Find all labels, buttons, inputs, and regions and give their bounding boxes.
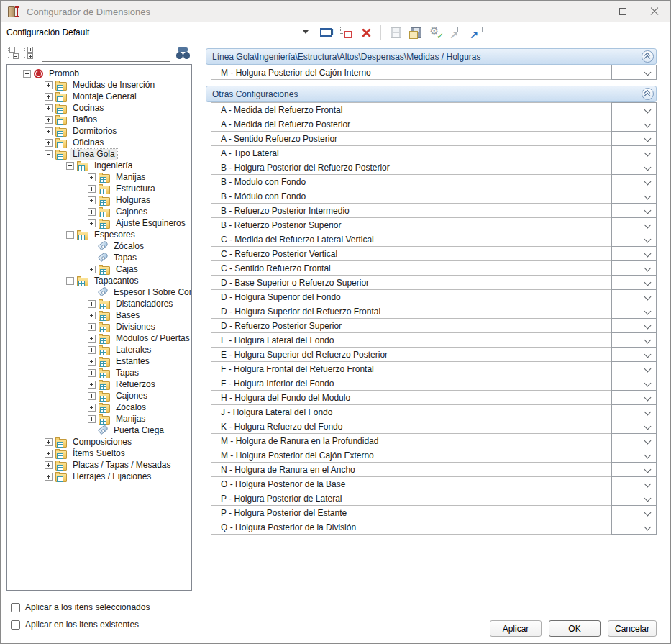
config-value-dropdown[interactable] [611, 419, 657, 434]
save-as-button[interactable] [408, 25, 423, 40]
expander-plus-icon[interactable] [45, 104, 53, 112]
expander-plus-icon[interactable] [88, 219, 96, 227]
delete-config-button[interactable] [359, 25, 373, 40]
apply-existing-items-checkbox[interactable] [11, 620, 20, 630]
expander-plus-icon[interactable] [45, 473, 53, 481]
binoculars-search-icon[interactable] [176, 47, 192, 59]
expander-plus-icon[interactable] [45, 93, 53, 101]
apply-config-button[interactable]: ⚙✓ [429, 25, 443, 40]
apply-button[interactable]: Aplicar [490, 620, 542, 637]
expander-plus-icon[interactable] [88, 185, 96, 193]
config-value-dropdown[interactable] [611, 332, 657, 348]
config-value-dropdown[interactable] [611, 318, 657, 333]
config-value-dropdown[interactable] [611, 145, 657, 160]
config-value-dropdown[interactable] [611, 462, 657, 477]
tree-item[interactable]: Tapas [7, 252, 191, 263]
config-value-dropdown[interactable] [611, 189, 657, 204]
tree-item[interactable]: Oficinas [7, 137, 191, 148]
expander-minus-icon[interactable] [66, 277, 74, 285]
tree-item[interactable]: Herrajes / Fijaciones [7, 471, 191, 482]
expander-plus-icon[interactable] [88, 196, 96, 204]
tree-item[interactable]: Refuerzos [7, 378, 191, 390]
tree-item[interactable]: Cocinas [7, 102, 191, 114]
expander-plus-icon[interactable] [45, 116, 53, 124]
import-config-button[interactable]: ↗ [449, 25, 463, 40]
ok-button[interactable]: OK [549, 620, 601, 637]
config-value-dropdown[interactable] [611, 404, 657, 419]
config-value-dropdown[interactable] [611, 520, 657, 535]
expander-plus-icon[interactable] [88, 369, 96, 377]
tree-item[interactable]: Medidas de Inserción [7, 79, 191, 91]
expander-plus-icon[interactable] [45, 450, 53, 458]
config-value-dropdown[interactable] [611, 260, 657, 276]
tree-item[interactable]: Ingeniería [7, 160, 191, 171]
tree-item[interactable]: Holguras [7, 194, 191, 206]
expander-plus-icon[interactable] [88, 392, 96, 400]
tree-item[interactable]: Divisiones [7, 321, 191, 332]
config-value-dropdown[interactable] [611, 232, 657, 247]
config-value-dropdown[interactable] [611, 203, 657, 218]
expander-plus-icon[interactable] [88, 358, 96, 366]
config-value-dropdown[interactable] [611, 448, 657, 463]
tree-item[interactable]: Módulos c/ Puertas [7, 332, 191, 344]
search-input[interactable] [42, 45, 170, 62]
tree-item[interactable]: Placas / Tapas / Mesadas [7, 459, 191, 471]
config-value-dropdown[interactable] [611, 174, 657, 189]
expander-minus-icon[interactable] [23, 70, 31, 78]
config-value-dropdown[interactable] [611, 102, 657, 117]
expander-plus-icon[interactable] [88, 415, 96, 423]
maximize-button[interactable] [607, 1, 639, 22]
close-button[interactable] [639, 1, 670, 22]
tree-item[interactable]: Cajas [7, 263, 191, 275]
config-value-dropdown[interactable] [611, 65, 657, 80]
expander-plus-icon[interactable] [45, 139, 53, 147]
expander-minus-icon[interactable] [66, 162, 74, 170]
tree-item[interactable]: Tapas [7, 367, 191, 378]
expander-plus-icon[interactable] [88, 346, 96, 354]
expander-plus-icon[interactable] [88, 335, 96, 343]
config-value-dropdown[interactable] [611, 361, 657, 376]
tree-item[interactable]: Promob [7, 68, 191, 79]
export-config-button[interactable]: ↗ [469, 25, 483, 40]
expander-plus-icon[interactable] [88, 208, 96, 216]
tree-item[interactable]: Estantes [7, 355, 191, 367]
copy-config-button[interactable] [339, 25, 353, 40]
config-value-dropdown[interactable] [611, 289, 657, 304]
config-value-dropdown[interactable] [611, 390, 657, 405]
tree-item[interactable]: Espesores [7, 229, 191, 240]
expander-plus-icon[interactable] [88, 266, 96, 273]
tree-item[interactable]: Laterales [7, 344, 191, 355]
config-value-dropdown[interactable] [611, 160, 657, 175]
apply-selected-items-checkbox[interactable] [11, 603, 20, 612]
tree-item[interactable]: Composiciones [7, 436, 191, 448]
config-value-dropdown[interactable] [611, 304, 657, 319]
tree-item[interactable]: Zócalos [7, 240, 191, 252]
config-value-dropdown[interactable] [611, 491, 657, 506]
expander-plus-icon[interactable] [88, 404, 96, 412]
config-value-dropdown[interactable] [611, 376, 657, 391]
expander-plus-icon[interactable] [88, 312, 96, 319]
expander-minus-icon[interactable] [66, 231, 74, 239]
tree-item[interactable]: Ítems Sueltos [7, 448, 191, 459]
tree-item[interactable]: Cajones [7, 390, 191, 402]
config-value-dropdown[interactable] [611, 476, 657, 491]
expander-plus-icon[interactable] [45, 127, 53, 135]
expander-plus-icon[interactable] [45, 438, 53, 446]
save-button[interactable] [388, 25, 403, 40]
tree-item[interactable]: Bases [7, 309, 191, 321]
expand-all-icon[interactable] [23, 47, 36, 60]
tree-item[interactable]: Ajuste Esquineros [7, 217, 191, 229]
rename-config-button[interactable] [319, 25, 333, 40]
expander-minus-icon[interactable] [45, 150, 53, 158]
config-value-dropdown[interactable] [611, 275, 657, 290]
collapse-all-icon[interactable] [6, 47, 19, 60]
expander-plus-icon[interactable] [88, 173, 96, 181]
expander-plus-icon[interactable] [88, 300, 96, 308]
config-value-dropdown[interactable] [611, 505, 657, 520]
config-value-dropdown[interactable] [611, 217, 657, 232]
expander-plus-icon[interactable] [88, 323, 96, 331]
minimize-button[interactable] [575, 1, 607, 22]
config-value-dropdown[interactable] [611, 246, 657, 261]
tree-item[interactable]: Baños [7, 114, 191, 125]
collapse-section-button[interactable] [642, 88, 654, 100]
